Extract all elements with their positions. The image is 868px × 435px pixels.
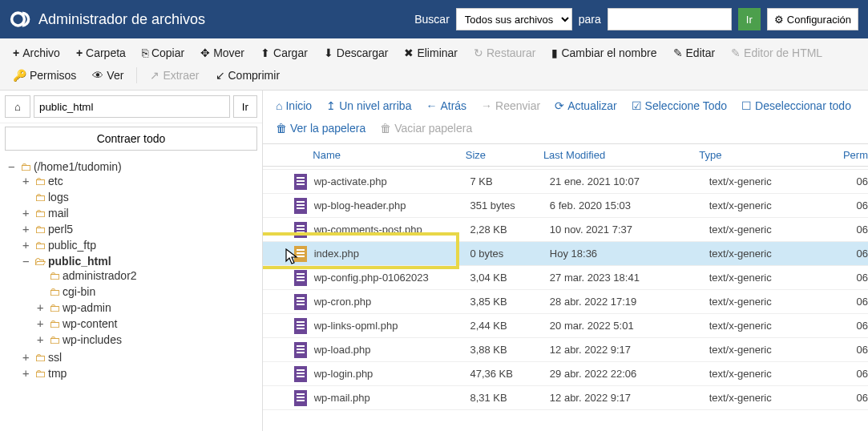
toggle-icon[interactable]: + xyxy=(22,239,32,252)
collapse-all-button[interactable]: Contraer todo xyxy=(5,127,257,151)
toggle-icon[interactable]: + xyxy=(37,317,46,330)
file-button[interactable]: +Archivo xyxy=(5,42,68,64)
html-editor-button[interactable]: ✎Editor de HTML xyxy=(723,42,830,64)
file-row[interactable]: wp-comments-post.php2,28 KB10 nov. 2021 … xyxy=(263,218,868,242)
rename-button[interactable]: ▮Cambiar el nombre xyxy=(543,42,664,64)
col-perm[interactable]: Perm xyxy=(843,149,868,161)
file-modified: 21 ene. 2021 10:07 xyxy=(550,175,709,187)
path-input[interactable] xyxy=(34,95,230,118)
file-row[interactable]: wp-load.php3,88 KB12 abr. 2022 9:17text/… xyxy=(263,338,868,362)
file-perm: 06 xyxy=(857,248,868,260)
folder-icon: 🗀 xyxy=(34,367,46,380)
unselect-all-button[interactable]: ☐Deseleccionar todo xyxy=(735,95,858,116)
nav-back-button[interactable]: ←Atrás xyxy=(419,95,473,116)
file-icon xyxy=(294,366,307,382)
file-modified: 28 abr. 2022 17:19 xyxy=(550,296,709,308)
edit-button[interactable]: ✎Editar xyxy=(665,42,724,64)
tree-item-publichtml[interactable]: −🗁public_html xyxy=(22,255,254,268)
file-row[interactable]: index.php0 bytesHoy 18:36text/x-generic0… xyxy=(263,242,868,266)
edit-icon: ✎ xyxy=(673,46,683,59)
file-row[interactable]: wp-activate.php7 KB21 ene. 2021 10:07tex… xyxy=(263,170,868,194)
file-type: text/x-generic xyxy=(709,199,857,211)
file-type: text/x-generic xyxy=(709,224,857,236)
up-icon: ↥ xyxy=(326,99,336,112)
search-go-button[interactable]: Ir xyxy=(738,8,761,30)
tree-item-ssl[interactable]: +🗀ssl xyxy=(22,351,254,364)
path-go-button[interactable]: Ir xyxy=(233,95,257,118)
file-type: text/x-generic xyxy=(709,248,857,260)
toggle-icon[interactable]: + xyxy=(22,175,32,187)
tree-item-etc[interactable]: +🗀etc xyxy=(22,175,254,187)
col-name[interactable]: Name xyxy=(309,149,465,161)
tree-item-mail[interactable]: +🗀mail xyxy=(22,207,254,220)
tree-item-tmp[interactable]: +🗀tmp xyxy=(22,367,254,380)
file-size: 47,36 KB xyxy=(470,368,549,380)
file-row[interactable]: wp-links-opml.php2,44 KB20 mar. 2022 5:0… xyxy=(263,314,868,338)
download-button[interactable]: ⬇Descargar xyxy=(316,42,397,64)
col-type[interactable]: Type xyxy=(699,149,843,161)
copy-button[interactable]: ⎘Copiar xyxy=(134,42,192,64)
file-row[interactable]: wp-config.php-010620233,04 KB27 mar. 202… xyxy=(263,266,868,290)
tree-item-wpincludes[interactable]: +🗀wp-includes xyxy=(37,333,254,346)
home-button[interactable]: ⌂ xyxy=(5,95,30,118)
file-icon xyxy=(294,222,307,238)
home-icon: ⌂ xyxy=(14,101,21,113)
settings-button[interactable]: ⚙Configuración xyxy=(767,8,858,30)
file-name: wp-load.php xyxy=(311,344,470,356)
tree-item-wpcontent[interactable]: +🗀wp-content xyxy=(37,317,254,330)
col-modified[interactable]: Last Modified xyxy=(543,149,699,161)
file-type: text/x-generic xyxy=(709,320,857,332)
folder-icon: 🗀 xyxy=(49,317,60,330)
file-list[interactable]: sitemap.xml775 bytes9 jun. 2022 18:29tex… xyxy=(263,167,868,431)
tree-item-logs[interactable]: 🗀logs xyxy=(22,191,254,203)
tree-root[interactable]: − 🗀 (/home1/tudomin) xyxy=(8,160,254,173)
search-input[interactable] xyxy=(608,8,732,30)
tree-item-cgibin[interactable]: 🗀cgi-bin xyxy=(37,285,254,298)
nav-home-button[interactable]: ⌂Inicio xyxy=(269,95,318,116)
file-row[interactable]: wp-login.php47,36 KB29 abr. 2022 22:06te… xyxy=(263,362,868,386)
file-row[interactable]: wp-cron.php3,85 KB28 abr. 2022 17:19text… xyxy=(263,290,868,314)
nav-forward-button[interactable]: →Reenviar xyxy=(474,95,547,116)
toggle-icon[interactable]: + xyxy=(22,223,32,236)
plus-icon: + xyxy=(76,46,83,59)
select-all-button[interactable]: ☑Seleccione Todo xyxy=(625,95,733,116)
toggle-icon[interactable]: + xyxy=(37,333,46,346)
toggle-icon[interactable]: + xyxy=(22,367,32,380)
file-modified: 6 feb. 2020 15:03 xyxy=(550,199,709,211)
file-perm: 06 xyxy=(857,224,868,236)
file-icon xyxy=(294,390,307,406)
permissions-button[interactable]: 🔑Permisos xyxy=(5,64,84,87)
view-trash-button[interactable]: 🗑Ver la papelera xyxy=(269,118,372,139)
nav-up-button[interactable]: ↥Un nivel arriba xyxy=(320,95,418,116)
tree-item-wpadmin[interactable]: +🗀wp-admin xyxy=(37,301,254,314)
extract-button[interactable]: ↗Extraer xyxy=(142,64,207,87)
nav-reload-button[interactable]: ⟳Actualizar xyxy=(548,95,623,116)
file-size: 0 bytes xyxy=(470,248,549,260)
search-scope-select[interactable]: Todos sus archivos xyxy=(456,8,572,30)
toggle-icon[interactable]: + xyxy=(37,301,46,314)
file-size: 8,31 KB xyxy=(470,392,549,404)
empty-trash-button[interactable]: 🗑Vaciar papelera xyxy=(373,118,478,139)
move-button[interactable]: ✥Mover xyxy=(192,42,252,64)
toggle-icon[interactable]: − xyxy=(8,160,18,173)
compress-button[interactable]: ↙Comprimir xyxy=(208,64,289,87)
tree-item-perl5[interactable]: +🗀perl5 xyxy=(22,223,254,236)
toggle-icon[interactable]: − xyxy=(22,255,32,268)
folder-button[interactable]: +Carpeta xyxy=(68,42,134,64)
file-row[interactable]: wp-blog-header.php351 bytes6 feb. 2020 1… xyxy=(263,194,868,218)
copy-icon: ⎘ xyxy=(142,46,148,59)
tree-item-publicftp[interactable]: +🗀public_ftp xyxy=(22,239,254,252)
restore-button[interactable]: ↻Restaurar xyxy=(466,42,543,64)
file-row[interactable]: wp-mail.php8,31 KB12 abr. 2022 9:17text/… xyxy=(263,386,868,410)
file-modified: 12 abr. 2022 9:17 xyxy=(550,392,709,404)
key-icon: 🔑 xyxy=(13,69,26,82)
view-button[interactable]: 👁Ver xyxy=(84,64,131,87)
toggle-icon[interactable]: + xyxy=(22,207,32,220)
col-size[interactable]: Size xyxy=(466,149,543,161)
upload-button[interactable]: ⬆Cargar xyxy=(252,42,316,64)
extract-icon: ↗ xyxy=(150,69,159,82)
tree-item-admin2[interactable]: 🗀administrador2 xyxy=(37,269,254,282)
delete-button[interactable]: ✖Eliminar xyxy=(396,42,466,64)
content-area: ⌂Inicio ↥Un nivel arriba ←Atrás →Reenvia… xyxy=(263,91,868,431)
toggle-icon[interactable]: + xyxy=(22,351,32,364)
